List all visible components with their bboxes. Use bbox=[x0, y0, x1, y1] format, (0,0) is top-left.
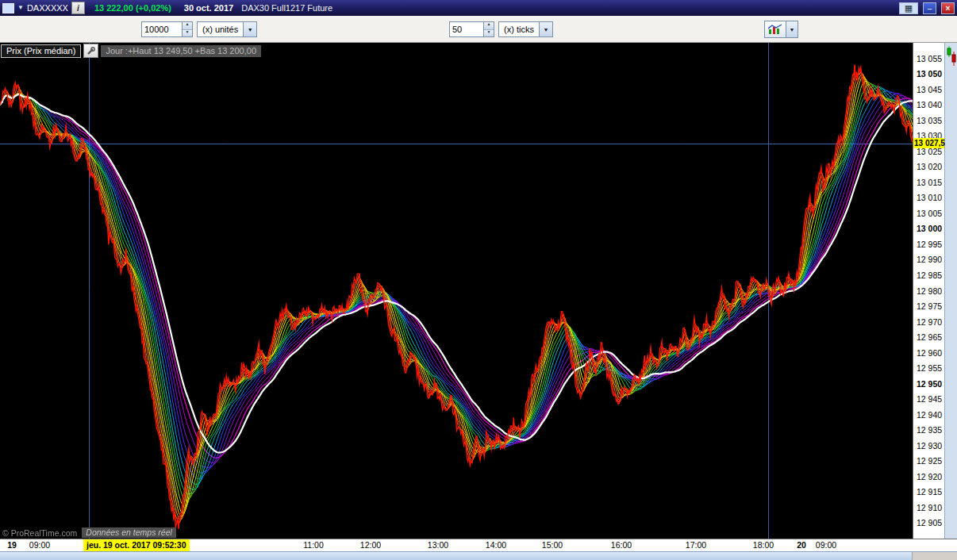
time-axis-label: 16:00 bbox=[611, 540, 632, 550]
realtime-label: Données en temps réel bbox=[82, 527, 176, 538]
price-axis-label: 12 950 bbox=[917, 379, 942, 389]
ticks-input-box: ▲ ▼ bbox=[449, 21, 494, 37]
price-axis-label: 12 970 bbox=[917, 317, 942, 327]
chart-type-icon bbox=[768, 24, 782, 35]
minimize-button[interactable]: – bbox=[923, 2, 936, 14]
price-axis-label: 12 915 bbox=[917, 487, 942, 497]
price-axis[interactable]: 13 027,5 13 05513 05013 04513 04013 0351… bbox=[913, 43, 944, 539]
price-axis-label: 13 020 bbox=[917, 162, 942, 171]
bottom-scrollbar[interactable] bbox=[0, 551, 957, 560]
instrument-label: DAX30 Full1217 Future bbox=[241, 3, 332, 13]
spinner-down-icon[interactable]: ▼ bbox=[484, 30, 494, 37]
units-dropdown[interactable]: (x) unités ▼ bbox=[197, 21, 257, 37]
price-axis-label: 12 935 bbox=[917, 425, 942, 435]
spinner-down-icon[interactable]: ▼ bbox=[183, 30, 192, 37]
price-chart-canvas[interactable] bbox=[0, 43, 913, 539]
chart-area: Prix (Prix médian) Jour :+Haut 13 249,50… bbox=[0, 43, 913, 539]
price-axis-label: 12 925 bbox=[917, 456, 942, 466]
time-axis-label: 09:00 bbox=[29, 540, 50, 550]
units-group: ▲ ▼ (x) unités ▼ bbox=[141, 21, 257, 37]
copyright-label: © ProRealTime.com bbox=[2, 528, 77, 538]
price-axis-label: 13 045 bbox=[917, 85, 942, 94]
units-dropdown-caret-icon[interactable]: ▼ bbox=[243, 22, 256, 36]
ticks-dropdown[interactable]: (x) ticks ▼ bbox=[498, 21, 553, 37]
title-bar: ▼ DAXXXXX i 13 222,00 (+0,02%) 30 oct. 2… bbox=[0, 0, 957, 16]
application-window: ▼ DAXXXXX i 13 222,00 (+0,02%) 30 oct. 2… bbox=[0, 0, 957, 560]
time-axis-label: 18:00 bbox=[753, 540, 774, 550]
time-axis[interactable]: jeu. 19 oct. 2017 09:52:30 1909:0011:001… bbox=[0, 539, 957, 551]
price-axis-label: 12 960 bbox=[917, 348, 942, 358]
price-axis-label: 12 980 bbox=[917, 286, 942, 296]
time-axis-label: 09:00 bbox=[816, 540, 836, 550]
resize-corner bbox=[912, 552, 957, 560]
chart-footer-overlay: © ProRealTime.com Données en temps réel bbox=[2, 527, 176, 538]
main-row: Prix (Prix médian) Jour :+Haut 13 249,50… bbox=[0, 43, 957, 539]
close-button[interactable]: × bbox=[941, 2, 955, 14]
price-axis-label: 12 920 bbox=[917, 472, 942, 481]
price-axis-label: 13 050 bbox=[917, 69, 942, 79]
price-axis-label: 12 940 bbox=[917, 410, 942, 420]
price-axis-label: 12 945 bbox=[917, 394, 942, 404]
price-axis-label: 13 040 bbox=[917, 100, 942, 109]
instrument-dropdown-caret[interactable]: ▼ bbox=[17, 5, 24, 11]
chart-type-dropdown-caret-icon[interactable]: ▼ bbox=[786, 21, 798, 38]
time-axis-label: 15:00 bbox=[542, 540, 563, 550]
units-dropdown-label: (x) unités bbox=[198, 25, 243, 34]
price-source-button[interactable]: Prix (Prix médian) bbox=[1, 44, 81, 58]
price-axis-label: 12 995 bbox=[917, 240, 942, 249]
price-axis-label: 12 955 bbox=[917, 363, 942, 373]
ticks-input[interactable] bbox=[450, 22, 483, 36]
ticks-dropdown-caret-icon[interactable]: ▼ bbox=[539, 22, 552, 36]
minimize-icon: – bbox=[928, 4, 932, 13]
ticks-group: ▲ ▼ (x) ticks ▼ bbox=[449, 21, 553, 37]
time-axis-label: 19 bbox=[7, 540, 17, 550]
time-axis-label: 20 bbox=[797, 540, 806, 550]
current-price-badge: 13 027,5 bbox=[913, 138, 944, 148]
time-axis-label: 14:00 bbox=[486, 540, 506, 550]
symbol-label: DAXXXXX bbox=[27, 3, 68, 13]
price-axis-label: 13 005 bbox=[917, 209, 942, 218]
price-axis-label: 12 910 bbox=[917, 503, 942, 512]
date-label: 30 oct. 2017 bbox=[184, 3, 233, 13]
wrench-icon bbox=[86, 47, 95, 56]
window-icon bbox=[2, 3, 14, 13]
chart-type-group: ▼ bbox=[764, 21, 798, 37]
units-input[interactable] bbox=[142, 22, 182, 36]
chart-type-button[interactable] bbox=[764, 21, 786, 38]
info-icon: i bbox=[77, 4, 79, 13]
candlestick-icon[interactable] bbox=[947, 45, 956, 67]
time-axis-label: 11:00 bbox=[303, 540, 324, 550]
price-axis-label: 12 905 bbox=[917, 518, 942, 527]
close-icon: × bbox=[946, 4, 951, 13]
keyboard-button[interactable]: ▦ bbox=[899, 2, 918, 14]
chart-toolbar: ▲ ▼ (x) unités ▼ ▲ ▼ (x) ticks ▼ bbox=[0, 16, 957, 43]
info-button[interactable]: i bbox=[71, 2, 85, 14]
cursor-time-badge: jeu. 19 oct. 2017 09:52:30 bbox=[83, 539, 190, 551]
price-axis-label: 12 965 bbox=[917, 332, 942, 342]
price-axis-label: 12 975 bbox=[917, 301, 942, 311]
price-axis-label: 12 930 bbox=[917, 441, 942, 451]
price-axis-label: 13 035 bbox=[917, 116, 942, 125]
chart-header-overlay: Prix (Prix médian) Jour :+Haut 13 249,50… bbox=[1, 44, 261, 58]
time-axis-label: 17:00 bbox=[686, 540, 706, 550]
price-axis-label: 12 985 bbox=[917, 270, 942, 280]
day-range-label: Jour :+Haut 13 249,50 +Bas 13 200,00 bbox=[101, 45, 261, 57]
ticks-spinner: ▲ ▼ bbox=[483, 22, 494, 36]
time-axis-label: 12:00 bbox=[360, 540, 381, 550]
price-axis-label: 13 015 bbox=[917, 178, 942, 187]
price-axis-label: 12 990 bbox=[917, 255, 942, 264]
quote-change-label: 13 222,00 (+0,02%) bbox=[94, 3, 171, 13]
keyboard-icon: ▦ bbox=[905, 3, 913, 13]
units-spinner: ▲ ▼ bbox=[182, 22, 192, 36]
ticks-dropdown-label: (x) ticks bbox=[499, 25, 539, 34]
price-axis-label: 13 000 bbox=[917, 224, 942, 233]
units-input-box: ▲ ▼ bbox=[141, 21, 193, 37]
price-axis-label: 13 010 bbox=[917, 193, 942, 202]
price-axis-label: 13 055 bbox=[917, 54, 942, 63]
right-scroll-strip[interactable] bbox=[944, 43, 957, 539]
time-axis-label: 13:00 bbox=[428, 540, 448, 550]
indicator-settings-button[interactable] bbox=[83, 44, 98, 58]
